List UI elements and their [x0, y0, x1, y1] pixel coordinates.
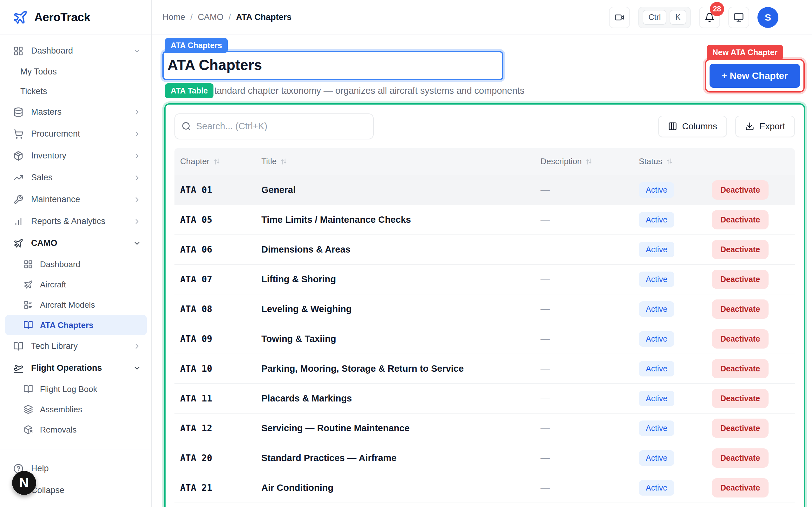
video-button[interactable] [609, 7, 630, 28]
command-shortcut[interactable]: Ctrl K [638, 7, 691, 28]
table-header-row: ChapterTitleDescriptionStatus [174, 148, 795, 175]
sidebar-item-label: My Todos [20, 67, 57, 77]
sidebar-item-inventory[interactable]: Inventory [5, 145, 147, 167]
chapter-code: ATA 10 [180, 363, 261, 374]
notification-count-badge: 28 [710, 2, 724, 16]
chapter-title: Standard Practices — Airframe [261, 453, 541, 463]
sidebar-item-removals[interactable]: Removals [5, 419, 147, 440]
sidebar-item-flight-log-book[interactable]: Flight Log Book [5, 379, 147, 399]
sidebar-item-label: Tech Library [31, 341, 78, 351]
new-chapter-button[interactable]: + New Chapter [710, 64, 800, 88]
main-area: Home / CAMO / ATA Chapters Ctrl K 28 S [152, 0, 812, 507]
ctrl-key: Ctrl [643, 10, 666, 25]
chapter-code: ATA 06 [180, 244, 261, 255]
arrow-up-down-icon [665, 158, 673, 165]
search-input[interactable] [174, 113, 374, 139]
column-header-chapter[interactable]: Chapter [180, 157, 261, 166]
chapter-title: General [261, 185, 541, 195]
chapter-title: Time Limits / Maintenance Checks [261, 215, 541, 225]
logo: AeroTrack [0, 0, 151, 35]
arrow-up-down-icon [213, 158, 221, 165]
annotation-button-badge: New ATA Chapter [707, 45, 783, 60]
sidebar-item-my-todos[interactable]: My Todos [5, 62, 147, 81]
aerotrack-logo-icon [13, 10, 28, 25]
chapter-title: Placards & Markings [261, 393, 541, 404]
breadcrumb-separator: / [190, 12, 193, 22]
deactivate-button[interactable]: Deactivate [712, 210, 768, 229]
table-row: ATA 21Air Conditioning—ActiveDeactivate [174, 473, 795, 503]
chapter-code: ATA 21 [180, 483, 261, 493]
status-badge: Active [639, 331, 674, 347]
table-row: ATA 11Placards & Markings—ActiveDeactiva… [174, 383, 795, 413]
chapter-code: ATA 09 [180, 334, 261, 344]
sidebar-nav: DashboardMy TodosTicketsMastersProcureme… [0, 35, 151, 450]
notifications-button[interactable]: 28 [699, 7, 720, 28]
chevron-right-icon [133, 217, 141, 226]
sidebar-item-dashboard[interactable]: Dashboard [5, 40, 147, 62]
sidebar-item-reports-analytics[interactable]: Reports & Analytics [5, 210, 147, 232]
export-label: Export [759, 121, 785, 131]
sidebar-item-tickets[interactable]: Tickets [5, 81, 147, 101]
columns-label: Columns [682, 121, 717, 131]
chapter-description: — [541, 363, 639, 374]
column-header-description[interactable]: Description [541, 157, 639, 166]
export-button[interactable]: Export [735, 116, 795, 137]
deactivate-button[interactable]: Deactivate [712, 180, 768, 200]
chapter-description: — [541, 215, 639, 225]
deactivate-button[interactable]: Deactivate [712, 299, 768, 319]
sidebar-item-tech-library[interactable]: Tech Library [5, 335, 147, 357]
chapter-code: ATA 05 [180, 215, 261, 225]
sidebar-item-dashboard[interactable]: Dashboard [5, 254, 147, 274]
chapter-description: — [541, 334, 639, 344]
plane-icon [13, 238, 23, 248]
sidebar-item-maintenance[interactable]: Maintenance [5, 188, 147, 210]
sidebar-item-label: Dashboard [31, 46, 73, 56]
chapter-description: — [541, 304, 639, 314]
deactivate-button[interactable]: Deactivate [712, 418, 768, 438]
sidebar-item-label: Masters [31, 107, 61, 117]
display-button[interactable] [728, 7, 749, 28]
arrow-up-down-icon [280, 158, 288, 165]
plane-icon [23, 280, 33, 289]
app-name: AeroTrack [34, 11, 90, 24]
nextjs-devtools-badge[interactable]: N [12, 471, 36, 495]
sidebar-item-label: Removals [40, 425, 77, 435]
status-badge: Active [639, 182, 674, 198]
sidebar-item-aircraft-models[interactable]: Aircraft Models [5, 295, 147, 315]
sidebar-item-masters[interactable]: Masters [5, 101, 147, 123]
deactivate-button[interactable]: Deactivate [712, 359, 768, 378]
table-row: ATA 01General—ActiveDeactivate [174, 175, 795, 205]
sidebar-item-ata-chapters[interactable]: ATA Chapters [5, 315, 147, 335]
sidebar-item-flight-operations[interactable]: Flight Operations [5, 357, 147, 379]
sidebar-item-label: Assemblies [40, 405, 82, 414]
sidebar-item-label: Flight Log Book [40, 384, 97, 394]
deactivate-button[interactable]: Deactivate [712, 240, 768, 259]
deactivate-button[interactable]: Deactivate [712, 329, 768, 349]
chapter-description: — [541, 453, 639, 463]
chapter-description: — [541, 423, 639, 434]
sidebar-item-aircraft[interactable]: Aircraft [5, 274, 147, 295]
chapter-description: — [541, 274, 639, 285]
sidebar-item-sales[interactable]: Sales [5, 167, 147, 188]
column-header-title[interactable]: Title [261, 157, 541, 166]
columns-button[interactable]: Columns [658, 116, 727, 137]
breadcrumb-home[interactable]: Home [162, 12, 185, 22]
chapter-title: Leveling & Weighing [261, 304, 541, 314]
table-row: ATA 09Towing & Taxiing—ActiveDeactivate [174, 324, 795, 354]
column-header-label: Status [639, 157, 662, 166]
deactivate-button[interactable]: Deactivate [712, 270, 768, 289]
sidebar-item-assemblies[interactable]: Assemblies [5, 399, 147, 419]
deactivate-button[interactable]: Deactivate [712, 389, 768, 408]
deactivate-button[interactable]: Deactivate [712, 478, 768, 498]
sidebar-item-label: CAMO [31, 238, 57, 248]
table-row: ATA 06Dimensions & Areas—ActiveDeactivat… [174, 234, 795, 264]
sidebar-item-camo[interactable]: CAMO [5, 232, 147, 254]
table-actions: Columns Export [658, 116, 795, 137]
deactivate-button[interactable]: Deactivate [712, 448, 768, 468]
sidebar-item-procurement[interactable]: Procurement [5, 123, 147, 145]
annotation-table-box: Columns Export ChapterTitleDescriptionSt… [164, 103, 805, 507]
breadcrumb-camo[interactable]: CAMO [198, 12, 223, 22]
column-header-status[interactable]: Status [639, 157, 712, 166]
breadcrumb-current: ATA Chapters [236, 12, 292, 22]
user-avatar[interactable]: S [757, 7, 778, 28]
